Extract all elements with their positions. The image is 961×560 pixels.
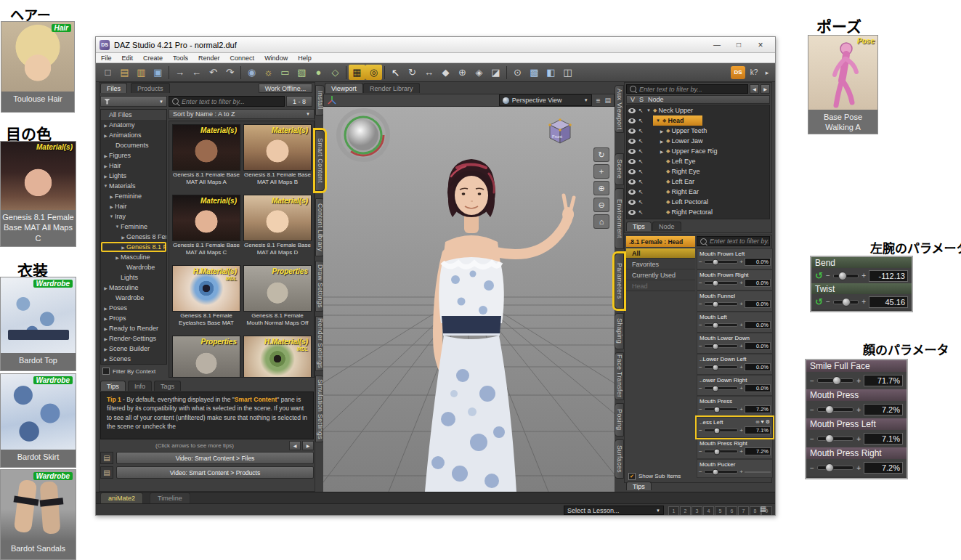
scene-tab-tips[interactable]: Tips [626,222,652,231]
next-tip-button[interactable]: ▶ [302,441,314,450]
plus-button[interactable]: + [861,298,866,306]
scene-node[interactable]: ↖◆Left Ear [627,176,769,187]
scene-node[interactable]: ↖▶◆Upper Teeth [627,126,769,136]
node-selection-icon[interactable]: ◈ [471,65,487,80]
slider-handle[interactable] [825,434,834,443]
content-gather-icon[interactable]: ◎ [365,65,382,80]
tab-scene[interactable]: Scene [615,153,624,185]
page-button[interactable]: 8 [750,506,761,516]
filter-by-context-checkbox[interactable] [102,368,110,375]
minimize-button[interactable]: — [706,39,728,51]
minus-button[interactable]: − [699,448,702,455]
slider-track[interactable] [817,466,853,470]
visibility-eye-icon[interactable] [628,159,636,164]
open-file-icon[interactable]: ▤ [116,65,133,80]
viewport-3d[interactable]: Front ↻ + ⊕ ⊖ ⌂ [323,107,615,492]
menu-connect[interactable]: Connect [225,54,260,62]
scene-node[interactable]: ↖◆Right Ear [627,187,769,197]
slider-value[interactable]: 71.7% [864,375,903,386]
slider-handle[interactable] [713,385,719,391]
visibility-eye-icon[interactable] [628,190,636,195]
visibility-eye-icon[interactable] [628,139,636,144]
create-cube-icon[interactable]: ▧ [293,65,310,80]
surface-selection-icon[interactable]: ◪ [487,65,504,80]
slider-value[interactable]: 7.2% [864,462,903,474]
category-item[interactable]: ▶Props [101,313,166,323]
plus-button[interactable]: + [856,435,861,443]
product-tile[interactable]: Material(s) Genesis 8.1 Female Base MAT … [172,124,240,185]
tab-surfaces[interactable]: Surfaces [615,439,624,479]
tab-environment[interactable]: Environment [615,188,624,249]
rotate-ccw-icon[interactable]: ↺ [815,270,823,281]
create-camera-icon[interactable]: ◉ [243,65,260,80]
parameters-scope-header[interactable]: .8.1 Female : Head [626,236,695,247]
smile-full-face-slider[interactable]: Smile Full Face − + 71.7% [806,360,907,389]
selectability-cursor-icon[interactable]: ↖ [637,199,644,206]
bend-slider[interactable]: Bend ↺ − + -112.13 [811,257,912,283]
slider-track[interactable] [704,365,739,369]
menu-edit[interactable]: Edit [117,54,139,62]
slider-value[interactable]: 0.0% [745,279,771,287]
category-item[interactable]: ▶Render-Settings [101,333,166,344]
scene-node[interactable]: ↖◆Left Pectoral [627,197,769,207]
plus-button[interactable]: + [739,427,743,434]
category-item[interactable]: ▶Masculine [101,283,166,293]
category-item[interactable]: ▶Scene Builder [101,344,166,354]
slider-track[interactable] [817,437,853,441]
product-tile[interactable]: Material(s) Genesis 8.1 Female Base MAT … [172,195,240,256]
scene-prev-button[interactable]: ◀ [750,84,759,94]
parameter-slider[interactable]: Mouth Press Right−+7.2% [697,438,773,459]
category-item[interactable]: ▶Animations [101,130,166,140]
page-button[interactable]: 3 [692,506,702,516]
import-icon[interactable]: → [171,65,188,80]
minus-button[interactable]: − [699,343,702,349]
bend-value[interactable]: -112.13 [869,270,908,282]
category-item[interactable]: ▶Hair [101,161,166,171]
bend-slider-handle[interactable] [838,272,847,280]
orbit-trackball-widget[interactable] [335,107,392,163]
group-tab-favorites[interactable]: Favorites [626,259,695,269]
create-plane-icon[interactable]: ▭ [277,65,293,80]
title-bar[interactable]: DS DAZ Studio 4.21 Pro - normal2.duf — □… [96,37,775,53]
scene-node[interactable]: ↖▶◆Upper Face Rig [627,146,769,156]
category-item[interactable]: ▶Lights [101,171,166,181]
visibility-eye-icon[interactable] [628,179,636,184]
tab-render-library[interactable]: Render Library [363,83,420,93]
tab-tags[interactable]: Tags [154,381,181,391]
product-tile[interactable]: H.Material(s)MDL [243,336,312,378]
mouth-press-right-slider[interactable]: Mouth Press Right − + 7.2% [806,447,907,476]
slider-handle[interactable] [713,259,719,265]
plus-button[interactable]: + [856,377,861,385]
view-selector[interactable]: Perspective View ▼ [499,94,592,106]
slider-value[interactable]: 7.2% [864,404,903,415]
tab-aux-viewport[interactable]: Aux Viewport [615,85,624,133]
tab-face-transfer[interactable]: Face Transfer [615,352,624,400]
zoom-out-tool-icon[interactable]: ⊖ [593,198,609,212]
scene-node[interactable]: ↖◆Right Eye [627,166,769,176]
slider-value[interactable]: 7.2% [745,447,771,455]
create-sphere-icon[interactable]: ● [310,65,327,80]
slider-handle[interactable] [714,427,721,434]
view-cube-gizmo[interactable]: Front [543,115,577,147]
close-button[interactable]: × [750,39,771,51]
parameters-tab-tips[interactable]: Tips [626,482,652,490]
slider-track[interactable] [704,429,739,432]
gear-icon[interactable]: ⚙ [766,419,770,425]
tab-files[interactable]: Files [100,83,127,93]
scene-search-input[interactable]: Enter text to filter by... [626,84,748,94]
menu-file[interactable]: File [96,54,117,62]
bend-slider-track[interactable] [833,274,859,278]
render-icon[interactable]: ▩ [526,65,543,80]
translate-tool-icon[interactable]: ↔ [421,65,437,80]
minus-button[interactable]: − [699,468,702,475]
parameter-slider-selected[interactable]: ..ess Left∞♥⚙−+7.1% [697,417,773,438]
parameter-slider[interactable]: Mouth Frown Left−+0.0% [697,248,773,269]
frame-view-tool-icon[interactable]: ⌂ [593,214,609,229]
rotate-ccw-icon[interactable]: ↺ [815,296,823,307]
category-item[interactable]: ▶Genesis 8 Fem... [101,232,166,242]
visibility-eye-icon[interactable] [628,129,636,134]
selectability-cursor-icon[interactable]: ↖ [637,189,644,195]
create-group-icon[interactable]: ◇ [327,65,344,80]
slider-track[interactable] [704,323,739,327]
plus-button[interactable]: + [856,464,861,472]
